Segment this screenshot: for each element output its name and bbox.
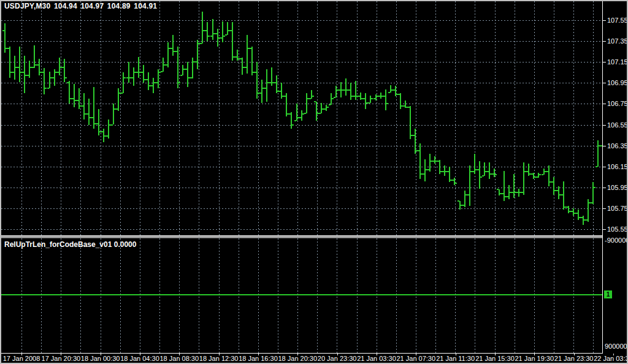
ohlc-open-tick	[531, 173, 533, 175]
ohlc-open-tick	[82, 105, 83, 107]
gridline-vertical	[61, 1, 61, 235]
ohlc-bar	[128, 62, 129, 83]
price-axis-tick	[603, 41, 606, 42]
ohlc-open-tick	[205, 30, 207, 31]
ohlc-bar	[118, 88, 119, 112]
ohlc-open-tick	[348, 89, 350, 91]
ohlc-bar	[247, 35, 248, 74]
gridline-vertical	[179, 1, 180, 235]
ohlc-open-tick	[136, 72, 138, 73]
ohlc-open-tick	[27, 75, 29, 76]
ohlc-open-tick	[413, 135, 415, 136]
ohlc-bar	[153, 78, 154, 94]
gridline-vertical	[455, 238, 456, 353]
ohlc-open-tick	[62, 67, 64, 68]
time-axis-label: 18 Jan 00:30	[81, 355, 120, 362]
gridline-vertical	[101, 1, 101, 235]
price-axis-label: 106.75	[607, 100, 627, 107]
time-axis-label: 18 Jan 12:30	[199, 355, 239, 362]
gridline-vertical	[573, 1, 574, 235]
ohlc-open-tick	[427, 169, 429, 170]
ohlc-open-tick	[542, 174, 543, 175]
ohlc-close-tick	[480, 176, 482, 178]
ohlc-open-tick	[106, 135, 108, 137]
price-axis-label: 105.75	[607, 205, 627, 212]
ohlc-open-tick	[166, 64, 167, 66]
gridline-horizontal	[1, 83, 602, 83]
chart-symbol-ohlc-title: USDJPY,M30 104.94 104.97 104.89 104.91	[4, 2, 158, 10]
gridline-vertical	[258, 238, 259, 353]
ohlc-bar	[29, 61, 30, 77]
ohlc-bar	[49, 72, 50, 88]
time-axis[interactable]: 17 Jan 200817 Jan 20:3018 Jan 00:3018 Ja…	[1, 354, 627, 363]
gridline-horizontal	[1, 62, 602, 63]
gridline-vertical	[515, 1, 515, 235]
price-axis[interactable]: 107.55107.35107.15106.95106.75106.55106.…	[603, 1, 627, 354]
gridline-vertical	[297, 238, 298, 353]
ohlc-open-tick	[121, 93, 123, 94]
ohlc-close-tick	[327, 107, 329, 108]
gridline-vertical	[239, 238, 239, 353]
ohlc-bar	[306, 93, 307, 113]
time-axis-label: 20 Jan 23:30	[318, 355, 357, 362]
gridline-vertical	[475, 1, 475, 235]
ohlc-open-tick	[215, 33, 217, 34]
ohlc-open-tick	[319, 113, 321, 114]
gridline-vertical	[377, 238, 377, 353]
ohlc-bar	[222, 21, 223, 42]
ohlc-open-tick	[195, 61, 197, 63]
ohlc-bar	[64, 59, 65, 82]
ohlc-bar	[429, 154, 431, 172]
time-axis-label: 21 Jan 07:30	[396, 355, 435, 362]
gridline-vertical	[475, 238, 475, 353]
gridline-vertical	[534, 1, 535, 235]
mt4-chart-window: USDJPY,M30 104.94 104.97 104.89 104.91 R…	[0, 0, 628, 364]
ohlc-bar	[568, 206, 569, 213]
main-price-pane[interactable]: USDJPY,M30 104.94 104.97 104.89 104.91	[1, 1, 602, 235]
price-axis-label: 105.95	[607, 184, 627, 191]
ohlc-open-tick	[536, 176, 538, 178]
ohlc-open-tick	[492, 173, 494, 175]
ohlc-open-tick	[314, 101, 316, 102]
ohlc-close-tick	[495, 174, 497, 175]
ohlc-open-tick	[259, 93, 261, 94]
gridline-vertical	[297, 1, 298, 235]
ohlc-open-tick	[220, 37, 222, 39]
ohlc-open-tick	[551, 181, 553, 183]
ohlc-open-tick	[111, 124, 113, 126]
ohlc-open-tick	[190, 77, 192, 78]
indicator-subwindow-pane[interactable]: RelUpTrLen_forCodeBase_v01 0.0000	[1, 238, 602, 353]
gridline-vertical	[101, 238, 101, 353]
ohlc-bar	[513, 174, 515, 198]
ohlc-open-tick	[561, 194, 563, 195]
ohlc-open-tick	[309, 98, 311, 99]
ohlc-bar	[474, 154, 475, 173]
ohlc-bar	[291, 112, 292, 129]
ohlc-bar	[311, 90, 312, 99]
gridline-vertical	[159, 238, 160, 353]
ohlc-open-tick	[52, 77, 54, 78]
ohlc-open-tick	[591, 202, 592, 203]
gridline-vertical	[396, 238, 397, 353]
gridline-horizontal	[1, 208, 602, 209]
ohlc-bar	[454, 178, 455, 185]
price-axis-label: 107.55	[607, 17, 627, 24]
ohlc-bar	[523, 162, 524, 195]
ohlc-close-tick	[302, 113, 304, 115]
ohlc-open-tick	[37, 64, 39, 66]
price-axis-tick	[603, 125, 606, 126]
time-axis-label: 21 Jan 11:30	[436, 355, 475, 362]
ohlc-open-tick	[230, 30, 232, 31]
gridline-vertical	[534, 238, 535, 353]
ohlc-bar	[69, 81, 70, 104]
ohlc-open-tick	[284, 96, 286, 97]
gridline-vertical	[159, 1, 160, 235]
ohlc-open-tick	[432, 161, 434, 162]
time-axis-label: 22 Jan 03:30	[594, 355, 627, 362]
ohlc-close-tick	[332, 98, 334, 99]
price-axis-label: 106.15	[607, 163, 627, 170]
ohlc-bar	[251, 47, 253, 76]
ohlc-bar	[232, 22, 233, 61]
ohlc-open-tick	[358, 96, 360, 97]
ohlc-open-tick	[294, 120, 296, 121]
